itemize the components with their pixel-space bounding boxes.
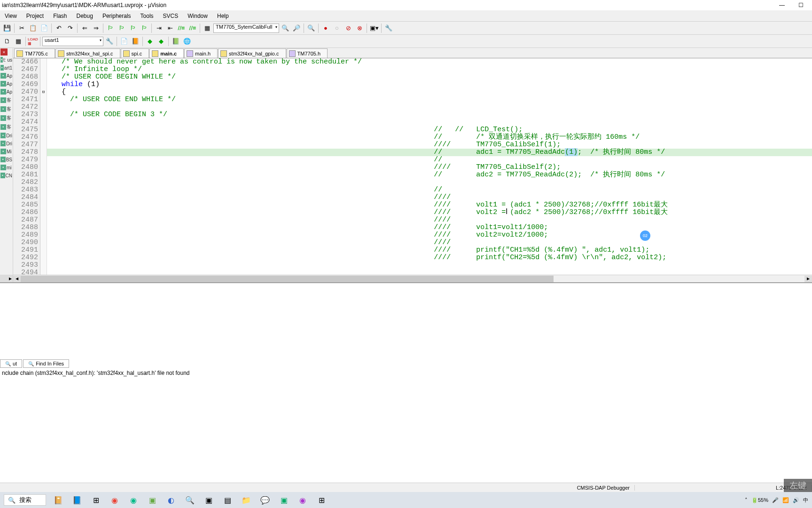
floating-badge[interactable]: 02 (640, 230, 650, 241)
cut-button[interactable]: ✂ (16, 23, 27, 33)
taskbar-app-icon[interactable]: ▣ (277, 493, 290, 507)
sidebar-item[interactable]: ▪Dri (0, 140, 13, 148)
menu-tools[interactable]: Tools (136, 12, 158, 20)
menu-debug[interactable]: Debug (72, 12, 98, 20)
scroll-thumb[interactable] (21, 276, 554, 282)
scroll-left-button[interactable]: ◀ (13, 276, 21, 282)
bookmark-next-button[interactable]: 🏳 (128, 23, 138, 33)
sidebar-item[interactable]: ▪mi (0, 164, 13, 172)
sidebar-close-button[interactable]: × (0, 48, 8, 56)
tray-chevron-icon[interactable]: ˄ (745, 497, 748, 503)
menu-help[interactable]: Help (212, 12, 234, 20)
manage-button[interactable]: 📙 (130, 36, 141, 47)
manage-rte-button[interactable]: ◆ (145, 36, 155, 47)
bookmark-prev-button[interactable]: 🏳 (117, 23, 127, 33)
taskbar-taskview-icon[interactable]: ⊞ (89, 493, 102, 507)
indent-button[interactable]: ⇥ (154, 23, 164, 33)
macro-icon[interactable]: ▦ (202, 23, 212, 33)
fold-gutter[interactable]: ⊟ (40, 58, 47, 275)
os-taskbar[interactable]: 🔍 搜索 📔 📘 ⊞ ◉ ◉ ▣ ◐ 🔍 ▣ ▤ 📁 💬 ▣ ◉ ⊞ ˄ 🔋55… (0, 492, 812, 508)
paste-button[interactable]: 📄 (39, 23, 49, 33)
code-editor[interactable]: 2466246724682469247024712472247324742475… (13, 58, 812, 275)
sidebar-item[interactable]: ▪客 (0, 114, 13, 123)
taskbar-wechat-icon[interactable]: 💬 (258, 493, 272, 507)
configure-button[interactable]: 🔧 (383, 23, 394, 33)
sidebar-item[interactable]: ▪客 (0, 123, 13, 132)
sidebar-item[interactable]: ▪Ap (0, 80, 13, 88)
breakpoint-kill2-button[interactable]: ⊗ (354, 23, 365, 33)
tab-stm32f4xx_hal_spi-c[interactable]: stm32f4xx_hal_spi.c (55, 48, 120, 58)
taskbar-edge-icon[interactable]: ◉ (127, 493, 140, 507)
nav-fwd-button[interactable]: ⇒ (91, 23, 101, 33)
undo-button[interactable]: ↶ (54, 23, 64, 33)
breakpoint-kill-button[interactable]: ⊘ (343, 23, 353, 33)
sidebar-item[interactable]: ▪Ap (0, 88, 13, 96)
load-button[interactable]: LOAD▦ (28, 36, 38, 47)
taskbar-app-icon[interactable]: ⊞ (315, 493, 328, 507)
sidebar-item[interactable]: ▪Mi (0, 148, 13, 156)
maximize-button[interactable]: ☐ (791, 0, 810, 10)
nav-back-button[interactable]: ⇐ (79, 23, 90, 33)
tray-ime-icon[interactable]: 中 (803, 497, 808, 504)
taskbar-app-icon[interactable]: 📘 (70, 493, 84, 507)
sidebar-item[interactable]: ▪Ap (0, 72, 13, 80)
sidebar-item[interactable]: ▪客 (0, 105, 13, 114)
taskbar-search[interactable]: 🔍 搜索 (4, 494, 46, 506)
redo-button[interactable]: ↷ (65, 23, 75, 33)
build-button[interactable]: ▦ (13, 36, 23, 47)
find-in-files-button[interactable]: 🔎 (291, 23, 302, 33)
taskbar-explorer-icon[interactable]: 📁 (240, 493, 253, 507)
uncomment-button[interactable]: //≡ (187, 23, 198, 33)
menu-svcs[interactable]: SVCS (158, 12, 183, 20)
taskbar-app-icon[interactable]: 📔 (52, 493, 65, 507)
help-button[interactable]: 🌐 (182, 36, 192, 47)
comment-button[interactable]: //≡ (176, 23, 187, 33)
target-combo[interactable]: TM7705_SytemCalibFull (213, 24, 279, 33)
sidebar-item[interactable]: ▪t: us (0, 56, 13, 64)
taskbar-app-icon[interactable]: ◐ (164, 493, 178, 507)
tab-main-h[interactable]: main.h (184, 48, 218, 58)
tray-battery-icon[interactable]: 🔋55% (751, 497, 768, 503)
taskbar-app-icon[interactable]: ▣ (146, 493, 159, 507)
scroll-right-button[interactable]: ▶ (804, 276, 812, 282)
tab-stm32f4xx_hal_gpio-c[interactable]: stm32f4xx_hal_gpio.c (218, 48, 286, 58)
tray-wifi-icon[interactable]: 📶 (782, 497, 789, 503)
taskbar-app-icon[interactable]: ▣ (202, 493, 215, 507)
taskbar-chrome-icon[interactable]: ◉ (108, 493, 121, 507)
sidebar-item[interactable]: ▪BS (0, 156, 13, 164)
tab-TM7705-h[interactable]: TM7705.h (287, 48, 328, 58)
window-layout-button[interactable]: ▣▾ (369, 23, 379, 33)
breakpoint-disable-button[interactable]: ○ (332, 23, 342, 33)
breakpoint-button[interactable]: ● (320, 23, 331, 33)
sidebar-item[interactable]: ▪art1 (0, 64, 13, 72)
save-button[interactable]: 💾 (2, 23, 12, 33)
file-ext-button[interactable]: 📄 (119, 36, 129, 47)
editor-hscroll[interactable]: ◀ ▶ (13, 275, 812, 282)
menu-peripherals[interactable]: Peripherals (98, 12, 136, 20)
find-button[interactable]: 🔍 (280, 23, 290, 33)
tab-spi-c[interactable]: spi.c (121, 48, 149, 58)
copy-button[interactable]: 📋 (28, 23, 38, 33)
sidebar-scroll[interactable]: ▶ (0, 275, 13, 282)
menu-window[interactable]: Window (183, 12, 212, 20)
tab-main-c[interactable]: main.c (149, 48, 184, 58)
taskbar-tray[interactable]: ˄ 🔋55% 🎤 📶 🔊 中 (745, 497, 808, 504)
menu-flash[interactable]: Flash (48, 12, 71, 20)
translate-button[interactable]: 🗋 (2, 36, 12, 47)
output-tab-find[interactable]: Find In Files (23, 359, 69, 368)
sidebar-item[interactable]: ▪CN (0, 172, 13, 180)
tab-TM7705-c[interactable]: TM7705.c (14, 48, 55, 58)
taskbar-search-icon[interactable]: 🔍 (183, 493, 196, 507)
tray-volume-icon[interactable]: 🔊 (793, 497, 799, 503)
bookmark-button[interactable]: 🏳 (105, 23, 116, 33)
pack-installer-button[interactable]: ◆ (156, 36, 166, 47)
tray-mic-icon[interactable]: 🎤 (772, 497, 779, 503)
menu-view[interactable]: View (0, 12, 22, 20)
project-sidebar[interactable]: × ▪t: us▪art1▪Ap▪Ap▪Ap▪客▪客▪客▪客▪Dri▪Dri▪M… (0, 48, 13, 282)
code-body[interactable]: /* We should never get here as control i… (47, 58, 812, 275)
books-button[interactable]: 📗 (171, 36, 181, 47)
output-tab-build[interactable]: ut (0, 359, 22, 368)
debug-button[interactable]: 🔍 (306, 23, 316, 33)
bookmark-clear-button[interactable]: 🏳 (139, 23, 149, 33)
options-button[interactable]: 🔧 (104, 36, 115, 47)
